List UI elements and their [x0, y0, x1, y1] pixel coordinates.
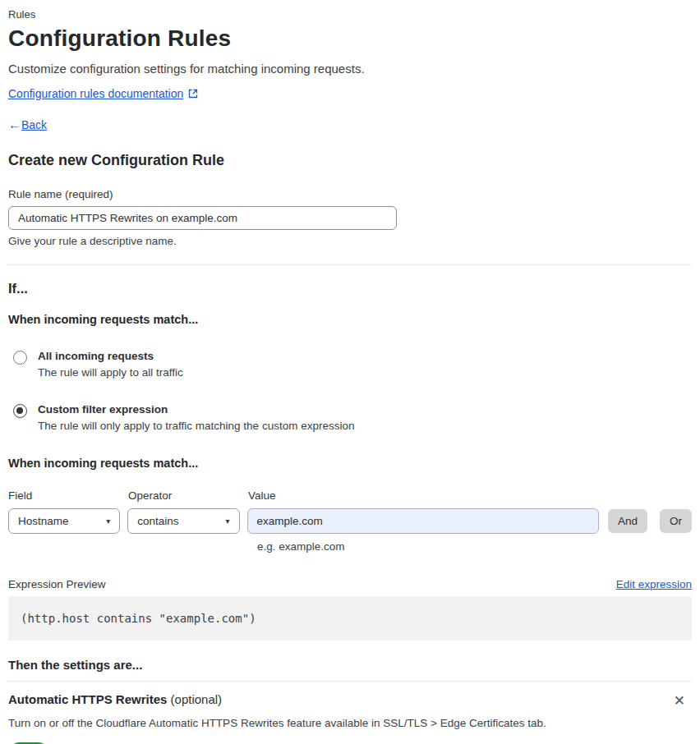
- configuration-rules-page: Rules Configuration Rules Customize conf…: [0, 0, 700, 744]
- rule-name-helper: Give your rule a descriptive name.: [8, 235, 692, 247]
- radio-option-all-incoming-requests[interactable]: All incoming requests The rule will appl…: [8, 350, 692, 379]
- expression-builder-heading: When incoming requests match...: [8, 457, 692, 470]
- radio-selected-icon[interactable]: [13, 404, 27, 418]
- radio-option-custom-filter-expression[interactable]: Custom filter expression The rule will o…: [8, 403, 692, 432]
- edit-expression-link[interactable]: Edit expression: [616, 578, 692, 590]
- setting-name: Automatic HTTPS Rewrites: [8, 692, 167, 706]
- field-column-label: Field: [8, 489, 121, 502]
- chevron-down-icon: ▾: [226, 517, 230, 526]
- back-arrow-icon: ←: [8, 117, 21, 131]
- or-button[interactable]: Or: [660, 509, 692, 533]
- rule-name-input[interactable]: [8, 206, 397, 230]
- expression-preview-code: (http.host contains "example.com"): [8, 596, 692, 641]
- close-icon[interactable]: ✕: [670, 692, 688, 710]
- rule-name-label: Rule name (required): [8, 188, 692, 200]
- setting-description: Turn on or off the Cloudflare Automatic …: [8, 717, 692, 729]
- operator-select[interactable]: contains ▾: [127, 508, 239, 534]
- value-helper: e.g. example.com: [257, 540, 692, 553]
- expression-preview-label: Expression Preview: [8, 578, 106, 590]
- field-select-value: Hostname: [18, 515, 69, 527]
- operator-select-value: contains: [137, 515, 178, 527]
- radio-unselected-icon[interactable]: [13, 351, 27, 365]
- setting-optional-label: (optional): [171, 692, 223, 706]
- value-column-label: Value: [248, 489, 602, 502]
- chevron-down-icon: ▾: [106, 517, 110, 526]
- documentation-link[interactable]: Configuration rules documentation: [8, 87, 183, 100]
- and-button[interactable]: And: [608, 509, 647, 533]
- if-heading: If...: [8, 281, 692, 296]
- section-divider: [8, 264, 692, 265]
- expression-builder: Field Operator Value Hostname ▾ contains…: [8, 489, 692, 553]
- settings-divider: [8, 681, 692, 682]
- field-select[interactable]: Hostname ▾: [8, 508, 120, 534]
- breadcrumb: Rules: [8, 8, 692, 21]
- page-description: Customize configuration settings for mat…: [8, 62, 692, 76]
- settings-heading: Then the settings are...: [8, 658, 692, 672]
- match-type-heading: When incoming requests match...: [8, 313, 692, 326]
- create-rule-heading: Create new Configuration Rule: [8, 152, 692, 169]
- external-link-icon: [188, 89, 198, 99]
- radio-description: The rule will only apply to traffic matc…: [38, 420, 354, 432]
- page-title: Configuration Rules: [8, 25, 692, 52]
- radio-label: Custom filter expression: [38, 403, 354, 416]
- back-link[interactable]: Back: [21, 118, 47, 131]
- radio-description: The rule will apply to all traffic: [38, 366, 183, 379]
- operator-column-label: Operator: [128, 489, 241, 502]
- radio-label: All incoming requests: [38, 350, 183, 362]
- value-input[interactable]: [247, 508, 599, 534]
